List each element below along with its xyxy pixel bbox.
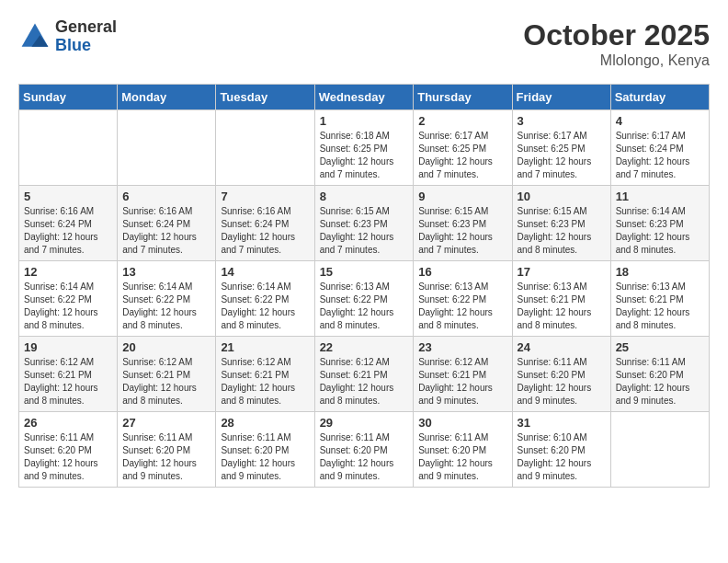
calendar-week-row: 19Sunrise: 6:12 AM Sunset: 6:21 PM Dayli…	[19, 337, 710, 412]
day-info: Sunrise: 6:11 AM Sunset: 6:20 PM Dayligh…	[24, 431, 112, 483]
day-number: 4	[616, 114, 704, 128]
day-info: Sunrise: 6:11 AM Sunset: 6:20 PM Dayligh…	[320, 431, 409, 483]
weekday-header: Tuesday	[216, 85, 314, 110]
calendar-header: SundayMondayTuesdayWednesdayThursdayFrid…	[19, 85, 710, 110]
day-number: 3	[518, 114, 606, 128]
calendar-cell: 30Sunrise: 6:11 AM Sunset: 6:20 PM Dayli…	[414, 412, 512, 488]
day-info: Sunrise: 6:13 AM Sunset: 6:22 PM Dayligh…	[418, 281, 506, 332]
calendar-week-row: 12Sunrise: 6:14 AM Sunset: 6:22 PM Dayli…	[19, 261, 710, 337]
calendar-cell: 12Sunrise: 6:14 AM Sunset: 6:22 PM Dayli…	[19, 261, 118, 337]
day-number: 6	[122, 190, 210, 203]
day-number: 13	[122, 265, 210, 279]
day-info: Sunrise: 6:18 AM Sunset: 6:25 PM Dayligh…	[320, 130, 409, 181]
day-number: 14	[221, 265, 309, 279]
calendar-cell: 3Sunrise: 6:17 AM Sunset: 6:25 PM Daylig…	[512, 110, 610, 186]
calendar-cell	[118, 110, 216, 186]
calendar-cell: 19Sunrise: 6:12 AM Sunset: 6:21 PM Dayli…	[19, 337, 118, 412]
calendar-cell	[216, 110, 314, 186]
day-info: Sunrise: 6:12 AM Sunset: 6:21 PM Dayligh…	[320, 356, 409, 408]
day-number: 24	[518, 340, 606, 354]
day-number: 18	[616, 265, 704, 279]
day-info: Sunrise: 6:13 AM Sunset: 6:22 PM Dayligh…	[320, 281, 409, 332]
calendar-cell: 17Sunrise: 6:13 AM Sunset: 6:21 PM Dayli…	[512, 261, 610, 337]
calendar-cell: 9Sunrise: 6:15 AM Sunset: 6:23 PM Daylig…	[414, 186, 512, 261]
calendar-cell: 13Sunrise: 6:14 AM Sunset: 6:22 PM Dayli…	[118, 261, 216, 337]
weekday-header: Saturday	[610, 85, 709, 110]
day-info: Sunrise: 6:12 AM Sunset: 6:21 PM Dayligh…	[221, 356, 309, 408]
calendar-cell: 27Sunrise: 6:11 AM Sunset: 6:20 PM Dayli…	[118, 412, 216, 488]
calendar-table: SundayMondayTuesdayWednesdayThursdayFrid…	[18, 84, 710, 488]
calendar-cell: 18Sunrise: 6:13 AM Sunset: 6:21 PM Dayli…	[610, 261, 709, 337]
month-info: October 2025 Mlolongo, Kenya	[523, 18, 710, 69]
calendar-cell: 26Sunrise: 6:11 AM Sunset: 6:20 PM Dayli…	[19, 412, 118, 488]
calendar-cell: 24Sunrise: 6:11 AM Sunset: 6:20 PM Dayli…	[512, 337, 610, 412]
day-info: Sunrise: 6:11 AM Sunset: 6:20 PM Dayligh…	[122, 431, 210, 483]
calendar-cell: 5Sunrise: 6:16 AM Sunset: 6:24 PM Daylig…	[19, 186, 118, 261]
day-number: 21	[221, 340, 309, 354]
calendar-body: 1Sunrise: 6:18 AM Sunset: 6:25 PM Daylig…	[19, 110, 710, 488]
day-info: Sunrise: 6:16 AM Sunset: 6:24 PM Dayligh…	[122, 205, 210, 257]
calendar-cell	[19, 110, 118, 186]
calendar-cell: 15Sunrise: 6:13 AM Sunset: 6:22 PM Dayli…	[314, 261, 414, 337]
logo-icon	[18, 20, 51, 53]
calendar-cell: 16Sunrise: 6:13 AM Sunset: 6:22 PM Dayli…	[414, 261, 512, 337]
day-info: Sunrise: 6:14 AM Sunset: 6:23 PM Dayligh…	[616, 205, 704, 257]
day-info: Sunrise: 6:16 AM Sunset: 6:24 PM Dayligh…	[221, 205, 309, 257]
calendar-cell: 6Sunrise: 6:16 AM Sunset: 6:24 PM Daylig…	[118, 186, 216, 261]
calendar-cell: 25Sunrise: 6:11 AM Sunset: 6:20 PM Dayli…	[610, 337, 709, 412]
month-title: October 2025	[523, 18, 710, 52]
day-number: 28	[221, 416, 309, 430]
calendar-cell: 7Sunrise: 6:16 AM Sunset: 6:24 PM Daylig…	[216, 186, 314, 261]
weekday-header: Monday	[118, 85, 216, 110]
day-number: 9	[418, 190, 506, 203]
calendar-cell: 2Sunrise: 6:17 AM Sunset: 6:25 PM Daylig…	[414, 110, 512, 186]
day-info: Sunrise: 6:15 AM Sunset: 6:23 PM Dayligh…	[518, 205, 606, 257]
day-number: 15	[320, 265, 409, 279]
weekday-header: Thursday	[414, 85, 512, 110]
page-header: General Blue October 2025 Mlolongo, Keny…	[18, 18, 710, 69]
day-number: 16	[418, 265, 506, 279]
day-info: Sunrise: 6:11 AM Sunset: 6:20 PM Dayligh…	[418, 431, 506, 483]
day-number: 20	[122, 340, 210, 354]
day-info: Sunrise: 6:10 AM Sunset: 6:20 PM Dayligh…	[518, 431, 606, 483]
day-number: 29	[320, 416, 409, 430]
calendar-cell: 28Sunrise: 6:11 AM Sunset: 6:20 PM Dayli…	[216, 412, 314, 488]
calendar-week-row: 26Sunrise: 6:11 AM Sunset: 6:20 PM Dayli…	[19, 412, 710, 488]
calendar-cell: 1Sunrise: 6:18 AM Sunset: 6:25 PM Daylig…	[314, 110, 414, 186]
calendar-cell: 23Sunrise: 6:12 AM Sunset: 6:21 PM Dayli…	[414, 337, 512, 412]
day-info: Sunrise: 6:13 AM Sunset: 6:21 PM Dayligh…	[518, 281, 606, 332]
logo: General Blue	[18, 18, 117, 55]
day-number: 19	[24, 340, 112, 354]
day-number: 30	[418, 416, 506, 430]
calendar-cell: 11Sunrise: 6:14 AM Sunset: 6:23 PM Dayli…	[610, 186, 709, 261]
day-number: 22	[320, 340, 409, 354]
calendar-week-row: 1Sunrise: 6:18 AM Sunset: 6:25 PM Daylig…	[19, 110, 710, 186]
calendar-cell: 29Sunrise: 6:11 AM Sunset: 6:20 PM Dayli…	[314, 412, 414, 488]
day-info: Sunrise: 6:13 AM Sunset: 6:21 PM Dayligh…	[616, 281, 704, 332]
location: Mlolongo, Kenya	[523, 52, 710, 69]
calendar-cell: 20Sunrise: 6:12 AM Sunset: 6:21 PM Dayli…	[118, 337, 216, 412]
day-info: Sunrise: 6:14 AM Sunset: 6:22 PM Dayligh…	[221, 281, 309, 332]
logo-text: General Blue	[55, 18, 117, 55]
day-info: Sunrise: 6:11 AM Sunset: 6:20 PM Dayligh…	[221, 431, 309, 483]
day-info: Sunrise: 6:12 AM Sunset: 6:21 PM Dayligh…	[418, 356, 506, 408]
day-info: Sunrise: 6:17 AM Sunset: 6:24 PM Dayligh…	[616, 130, 704, 181]
calendar-cell: 21Sunrise: 6:12 AM Sunset: 6:21 PM Dayli…	[216, 337, 314, 412]
calendar-cell	[610, 412, 709, 488]
day-number: 12	[24, 265, 112, 279]
day-info: Sunrise: 6:14 AM Sunset: 6:22 PM Dayligh…	[24, 281, 112, 332]
calendar-cell: 14Sunrise: 6:14 AM Sunset: 6:22 PM Dayli…	[216, 261, 314, 337]
day-number: 11	[616, 190, 704, 203]
day-info: Sunrise: 6:11 AM Sunset: 6:20 PM Dayligh…	[616, 356, 704, 408]
day-number: 26	[24, 416, 112, 430]
day-info: Sunrise: 6:17 AM Sunset: 6:25 PM Dayligh…	[418, 130, 506, 181]
day-number: 17	[518, 265, 606, 279]
day-info: Sunrise: 6:17 AM Sunset: 6:25 PM Dayligh…	[518, 130, 606, 181]
day-number: 31	[518, 416, 606, 430]
day-number: 1	[320, 114, 409, 128]
calendar-cell: 31Sunrise: 6:10 AM Sunset: 6:20 PM Dayli…	[512, 412, 610, 488]
day-number: 27	[122, 416, 210, 430]
day-info: Sunrise: 6:14 AM Sunset: 6:22 PM Dayligh…	[122, 281, 210, 332]
day-info: Sunrise: 6:12 AM Sunset: 6:21 PM Dayligh…	[122, 356, 210, 408]
day-number: 7	[221, 190, 309, 203]
